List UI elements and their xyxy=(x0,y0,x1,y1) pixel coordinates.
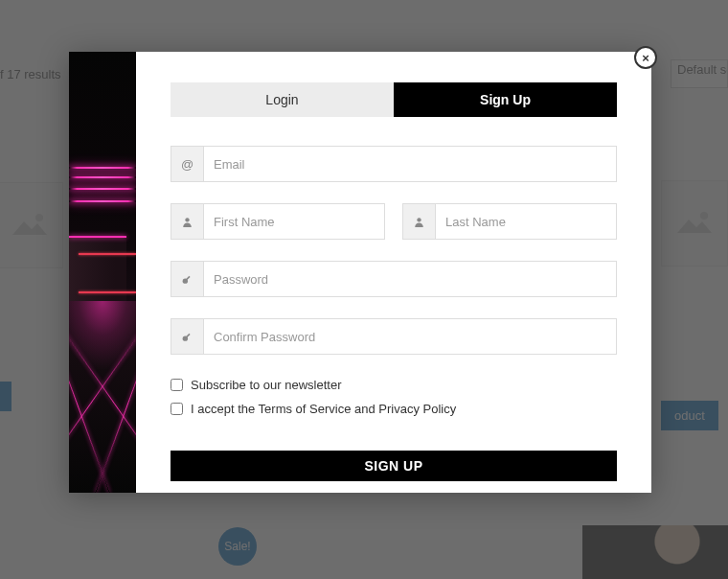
modal-hero-image xyxy=(69,52,136,493)
auth-tabs: Login Sign Up xyxy=(171,82,617,117)
terms-checkbox-row[interactable]: I accept the Terms of Service and Privac… xyxy=(171,402,617,416)
email-field-wrapper: @ xyxy=(171,146,617,182)
close-icon: × xyxy=(642,51,649,65)
newsletter-label: Subscribe to our newsletter xyxy=(191,378,342,392)
email-icon: @ xyxy=(171,147,204,181)
key-icon xyxy=(171,262,204,296)
tab-signup[interactable]: Sign Up xyxy=(394,82,617,117)
password-input[interactable] xyxy=(204,262,616,296)
svg-point-2 xyxy=(185,218,189,221)
last-name-input[interactable] xyxy=(436,204,616,239)
user-icon xyxy=(171,204,204,239)
terms-label: I accept the Terms of Service and Privac… xyxy=(191,402,456,416)
newsletter-checkbox[interactable] xyxy=(171,379,183,391)
signup-submit-button[interactable]: SIGN UP xyxy=(171,451,617,481)
checkbox-group: Subscribe to our newsletter I accept the… xyxy=(171,380,617,416)
password-field-wrapper xyxy=(171,261,617,297)
signup-form-panel: Login Sign Up @ xyxy=(136,52,651,493)
confirm-password-input[interactable] xyxy=(204,319,616,354)
close-button[interactable]: × xyxy=(634,46,657,69)
key-icon xyxy=(171,319,204,354)
confirm-password-field-wrapper xyxy=(171,318,617,355)
tab-login[interactable]: Login xyxy=(171,82,394,117)
terms-checkbox[interactable] xyxy=(171,403,183,415)
user-icon xyxy=(403,204,436,239)
newsletter-checkbox-row[interactable]: Subscribe to our newsletter xyxy=(171,378,617,392)
signup-modal: × Login xyxy=(69,52,651,493)
signup-form: @ xyxy=(171,146,617,481)
first-name-input[interactable] xyxy=(204,204,384,239)
svg-point-3 xyxy=(417,218,421,221)
first-name-field-wrapper xyxy=(171,203,385,240)
name-row xyxy=(171,203,617,240)
last-name-field-wrapper xyxy=(402,203,617,240)
email-input[interactable] xyxy=(204,147,616,181)
